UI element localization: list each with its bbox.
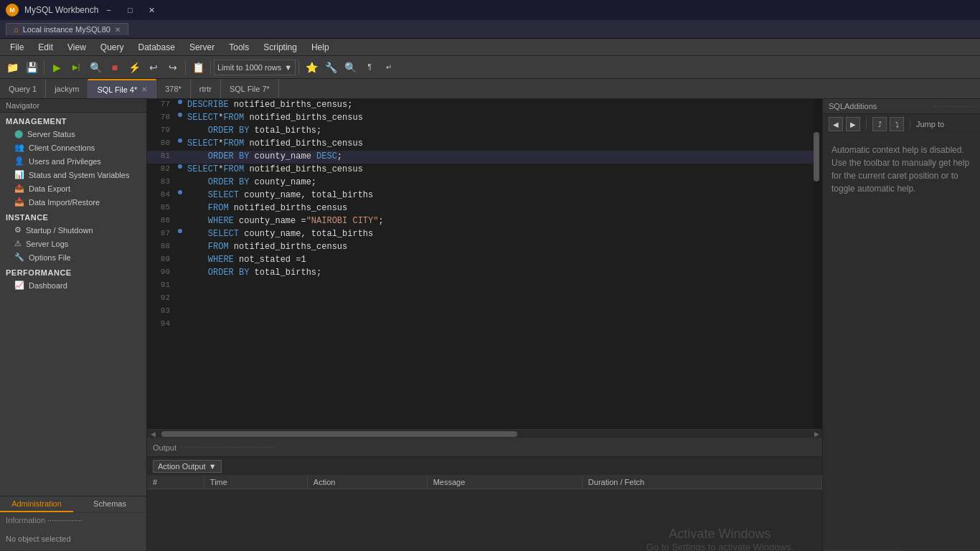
nav-options-file[interactable]: 🔧 Options File bbox=[0, 250, 146, 264]
editor-line-88: 88 FROM notified_births_census bbox=[147, 241, 814, 254]
invisible-chars-btn[interactable]: ¶ bbox=[360, 58, 379, 77]
execute-btn[interactable]: ▶ bbox=[47, 58, 66, 77]
management-section: MANAGEMENT bbox=[0, 113, 146, 127]
word-wrap-btn[interactable]: ↵ bbox=[380, 58, 398, 77]
back-btn[interactable]: ◀ bbox=[829, 117, 843, 131]
nav-data-import[interactable]: 📥 Data Import/Restore bbox=[0, 195, 146, 209]
nav-client-connections[interactable]: 👥 Client Connections bbox=[0, 141, 146, 154]
editor-content[interactable]: 77DESCRIBE notified_births_census;78SELE… bbox=[147, 99, 814, 429]
nav-server-status[interactable]: ⬤ Server Status bbox=[0, 127, 146, 141]
editor-line-79: 79 ORDER BY total_births; bbox=[147, 125, 814, 138]
explain-btn[interactable]: 🔍 bbox=[86, 58, 105, 77]
menu-tools[interactable]: Tools bbox=[222, 39, 256, 56]
editor-line-78: 78SELECT*FROM notified_births_census bbox=[147, 112, 814, 125]
menu-database[interactable]: Database bbox=[131, 39, 182, 56]
info-section: Information ················ bbox=[0, 512, 146, 527]
stop-btn[interactable]: ■ bbox=[105, 58, 124, 77]
menu-file[interactable]: File bbox=[3, 39, 31, 56]
line-dot bbox=[176, 319, 184, 319]
line-dot bbox=[176, 151, 184, 151]
line-code: ORDER BY total_births; bbox=[184, 125, 814, 136]
navigator-header: Navigator bbox=[0, 99, 146, 113]
menu-help[interactable]: Help bbox=[304, 39, 336, 56]
line-number: 78 bbox=[147, 112, 176, 121]
nav-btn-1[interactable]: ⤴ bbox=[872, 117, 887, 131]
tab-sqlfile7[interactable]: SQL File 7* bbox=[221, 79, 279, 98]
line-number: 84 bbox=[147, 189, 176, 199]
home-icon: ⌂ bbox=[14, 25, 19, 34]
format-btn[interactable]: 🔧 bbox=[321, 58, 340, 77]
menu-query[interactable]: Query bbox=[93, 39, 131, 56]
editor-line-93: 93 bbox=[147, 306, 814, 319]
action-output-dropdown[interactable]: Action Output ▼ bbox=[153, 460, 222, 473]
limit-select[interactable]: Limit to 1000 rows ▼ bbox=[214, 60, 296, 75]
line-number: 93 bbox=[147, 306, 176, 315]
line-dot bbox=[176, 241, 184, 242]
tab-administration[interactable]: Administration bbox=[0, 496, 73, 512]
nav-startup-shutdown[interactable]: ⚙ Startup / Shutdown bbox=[0, 223, 146, 237]
tab-close-sqlfile4[interactable]: ✕ bbox=[141, 85, 147, 93]
toggle-output-btn[interactable]: 📋 bbox=[189, 58, 207, 77]
line-number: 83 bbox=[147, 176, 176, 186]
tab-query1[interactable]: Query 1 bbox=[0, 79, 46, 98]
redo-btn[interactable]: ↪ bbox=[164, 58, 182, 77]
col-duration: Duration / Fetch bbox=[582, 476, 821, 489]
instance-tab-close[interactable]: ✕ bbox=[115, 26, 121, 34]
status-icon: 📊 bbox=[14, 170, 24, 179]
line-dot bbox=[176, 138, 184, 143]
line-number: 88 bbox=[147, 241, 176, 250]
open-folder-btn[interactable]: 📁 bbox=[3, 58, 22, 77]
nav-users-privileges[interactable]: 👤 Users and Privileges bbox=[0, 154, 146, 168]
nav-data-export[interactable]: 📤 Data Export bbox=[0, 182, 146, 195]
scrollbar-thumb[interactable] bbox=[161, 431, 517, 437]
nav-dashboard[interactable]: 📈 Dashboard bbox=[0, 278, 146, 292]
scrollbar-track[interactable] bbox=[161, 431, 808, 437]
line-code: SELECT*FROM notified_births_census bbox=[184, 112, 814, 123]
vertical-scrollbar[interactable] bbox=[814, 99, 822, 429]
line-dot bbox=[176, 215, 184, 216]
line-code: ORDER BY county_name; bbox=[184, 176, 814, 188]
output-table[interactable]: # Time Action Message Duration / Fetch bbox=[147, 476, 822, 522]
editor-line-85: 85 FROM notified_births_census bbox=[147, 202, 814, 215]
performance-section: PERFORMANCE bbox=[0, 264, 146, 278]
line-code: FROM notified_births_census bbox=[184, 241, 814, 253]
scroll-right-btn[interactable]: ▶ bbox=[811, 430, 822, 438]
tab-sqlfile4[interactable]: SQL File 4* ✕ bbox=[88, 79, 156, 98]
nav-server-logs[interactable]: ⚠ Server Logs bbox=[0, 237, 146, 250]
toolbar-sep-3 bbox=[210, 60, 211, 75]
line-dot bbox=[176, 267, 184, 268]
tab-jackym[interactable]: jackym bbox=[46, 79, 88, 98]
horizontal-scrollbar[interactable]: ◀ ▶ bbox=[147, 429, 822, 438]
nav-btn-2[interactable]: ⤵ bbox=[890, 117, 904, 131]
sql-additions-header: SQLAdditions ····················· bbox=[823, 99, 980, 114]
scroll-left-btn[interactable]: ◀ bbox=[147, 430, 159, 438]
line-number: 80 bbox=[147, 138, 176, 147]
maximize-button[interactable]: □ bbox=[120, 3, 140, 17]
execute-selection-btn[interactable]: ▶| bbox=[67, 58, 85, 77]
instance-tab-label[interactable]: Local instance MySQL80 bbox=[23, 25, 110, 34]
menu-edit[interactable]: Edit bbox=[31, 39, 60, 56]
logs-icon: ⚠ bbox=[14, 239, 22, 248]
forward-btn[interactable]: ▶ bbox=[846, 117, 860, 131]
tab-378[interactable]: 378* bbox=[156, 79, 191, 98]
sql-editor[interactable]: 77DESCRIBE notified_births_census;78SELE… bbox=[147, 99, 822, 438]
minimize-button[interactable]: − bbox=[98, 3, 118, 17]
close-button[interactable]: ✕ bbox=[141, 3, 161, 17]
menu-server[interactable]: Server bbox=[182, 39, 222, 56]
users-icon: 👤 bbox=[14, 156, 24, 166]
nav-status-variables[interactable]: 📊 Status and System Variables bbox=[0, 168, 146, 182]
line-dot bbox=[176, 202, 184, 203]
add-bookmark-btn[interactable]: ⭐ bbox=[302, 58, 321, 77]
undo-btn[interactable]: ↩ bbox=[144, 58, 163, 77]
line-code: SELECT county_name, total_births bbox=[184, 189, 814, 201]
tab-rtrtr[interactable]: rtrtr bbox=[191, 79, 221, 98]
menu-view[interactable]: View bbox=[60, 39, 93, 56]
scroll-thumb[interactable] bbox=[814, 132, 819, 182]
find-btn[interactable]: 🔍 bbox=[341, 58, 359, 77]
execute-all-btn[interactable]: ⚡ bbox=[125, 58, 143, 77]
dropdown-arrow: ▼ bbox=[209, 462, 217, 471]
tab-schemas[interactable]: Schemas bbox=[73, 496, 146, 512]
save-btn[interactable]: 💾 bbox=[22, 58, 41, 77]
line-code bbox=[184, 280, 814, 281]
menu-scripting[interactable]: Scripting bbox=[256, 39, 304, 56]
